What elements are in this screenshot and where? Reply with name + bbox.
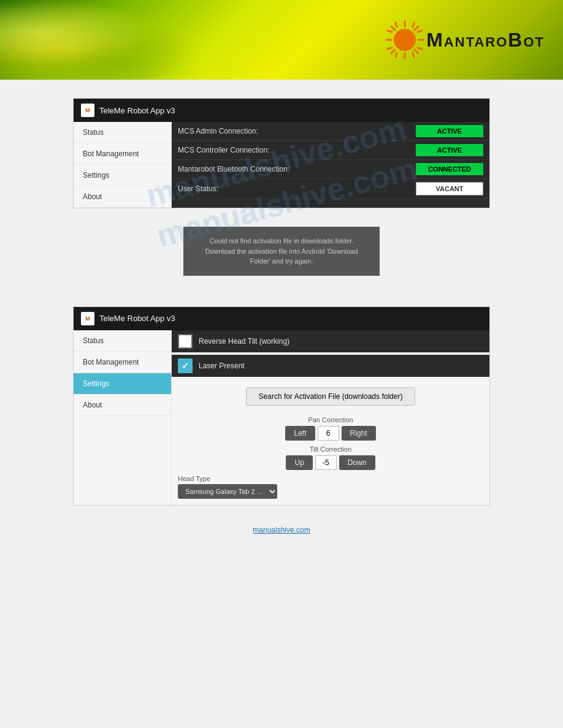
tilt-up-button[interactable]: Up xyxy=(286,455,312,470)
sidebar-1: Status Bot Management Settings About xyxy=(74,122,172,208)
svg-line-14 xyxy=(418,31,422,32)
app-title-1: TeleMe Robot App v3 xyxy=(99,106,175,115)
sidebar-item-bot-management-1[interactable]: Bot Management xyxy=(74,143,171,165)
tilt-correction-title: Tilt Correction xyxy=(178,446,483,453)
content-area-1: MCS Admin Connection: ACTIVE MCS Control… xyxy=(172,122,489,208)
app-window-2: M TeleMe Robot App v3 Status Bot Managem… xyxy=(73,306,490,506)
svg-line-7 xyxy=(415,26,418,30)
status-row-mcs-admin: MCS Admin Connection: ACTIVE xyxy=(172,122,489,141)
status-badge-bluetooth: CONNECTED xyxy=(416,163,483,175)
head-type-select[interactable]: Samsung Galaxy Tab 2 ... xyxy=(178,484,277,499)
footer-link[interactable]: manualshive.com xyxy=(253,526,310,534)
sidebar-item-about-1[interactable]: About xyxy=(74,186,171,208)
search-btn-wrapper: Search for Activation File (downloads fo… xyxy=(172,379,489,414)
laser-present-row: Laser Present xyxy=(172,355,489,377)
svg-line-5 xyxy=(391,26,395,30)
error-message-text: Could not find activation file in downlo… xyxy=(205,237,358,265)
app-title-2: TeleMe Robot App v3 xyxy=(99,314,175,323)
svg-line-8 xyxy=(391,50,395,53)
head-type-title: Head Type xyxy=(178,475,483,482)
sidebar-item-settings-1[interactable]: Settings xyxy=(74,165,171,186)
reverse-head-tilt-checkbox[interactable] xyxy=(178,334,193,349)
sidebar-2: Status Bot Management Settings About xyxy=(74,330,172,505)
reverse-head-tilt-label: Reverse Head Tilt (working) xyxy=(199,337,289,346)
pan-left-button[interactable]: Left xyxy=(285,426,315,441)
main-content: manualshive.com manualshive.com M TeleMe… xyxy=(0,80,563,566)
head-type-section: Head Type Samsung Galaxy Tab 2 ... xyxy=(172,472,489,505)
sidebar-item-about-2[interactable]: About xyxy=(74,395,171,416)
svg-line-6 xyxy=(415,50,418,53)
pan-correction-controls: Left 6 Right xyxy=(178,426,483,441)
tilt-value: -5 xyxy=(315,455,337,470)
status-label-mcs-controller: MCS Controller Connection: xyxy=(178,146,416,154)
sidebar-item-bot-management-2[interactable]: Bot Management xyxy=(74,352,171,373)
svg-line-11 xyxy=(388,31,392,32)
app-titlebar-1: M TeleMe Robot App v3 xyxy=(74,99,489,122)
svg-line-15 xyxy=(396,53,397,57)
laser-present-checkbox[interactable] xyxy=(178,358,193,373)
status-row-mcs-controller: MCS Controller Connection: ACTIVE xyxy=(172,141,489,160)
sidebar-item-status-1[interactable]: Status xyxy=(74,122,171,143)
svg-point-0 xyxy=(394,29,416,51)
status-badge-mcs-admin: ACTIVE xyxy=(416,125,483,137)
svg-line-10 xyxy=(413,53,414,57)
search-activation-button[interactable]: Search for Activation File (downloads fo… xyxy=(246,387,416,406)
app-logo-icon-1: M xyxy=(81,104,94,117)
pan-correction-title: Pan Correction xyxy=(178,416,483,423)
app-body-2: Status Bot Management Settings About xyxy=(74,330,489,505)
footer: manualshive.com xyxy=(31,524,532,547)
laser-present-label: Laser Present xyxy=(199,362,245,370)
sidebar-item-settings-2[interactable]: Settings xyxy=(74,373,171,395)
panel2-wrapper: M TeleMe Robot App v3 Status Bot Managem… xyxy=(31,306,532,506)
app-window-1: M TeleMe Robot App v3 Status Bot Managem… xyxy=(73,98,490,208)
app-body-1: Status Bot Management Settings About xyxy=(74,122,489,208)
status-label-user: User Status: xyxy=(178,184,416,193)
pan-right-button[interactable]: Right xyxy=(342,426,376,441)
status-label-mcs-admin: MCS Admin Connection: xyxy=(178,127,416,135)
logo-text: MantaroBot xyxy=(426,29,545,51)
svg-line-12 xyxy=(418,48,422,49)
panel1-wrapper: M TeleMe Robot App v3 Status Bot Managem… xyxy=(31,98,532,276)
app-titlebar-2: M TeleMe Robot App v3 xyxy=(74,307,489,330)
error-message-box: Could not find activation file in downlo… xyxy=(183,227,380,276)
status-row-bluetooth: Mantarobot Bluetooth Connection: CONNECT… xyxy=(172,160,489,179)
sun-icon xyxy=(383,18,426,61)
pan-value: 6 xyxy=(318,426,339,441)
status-row-user: User Status: VACANT xyxy=(172,179,489,199)
svg-line-13 xyxy=(388,48,392,49)
reverse-head-tilt-row: Reverse Head Tilt (working) xyxy=(172,330,489,352)
status-label-bluetooth: Mantarobot Bluetooth Connection: xyxy=(178,165,416,173)
status-badge-user: VACANT xyxy=(416,182,483,195)
status-badge-mcs-controller: ACTIVE xyxy=(416,144,483,156)
tilt-correction-section: Tilt Correction Up -5 Down xyxy=(172,443,489,472)
sidebar-item-status-2[interactable]: Status xyxy=(74,330,171,352)
pan-correction-section: Pan Correction Left 6 Right xyxy=(172,414,489,443)
tilt-down-button[interactable]: Down xyxy=(339,455,375,470)
header-swirl xyxy=(0,0,196,80)
svg-line-9 xyxy=(396,23,397,27)
settings-content-area: Reverse Head Tilt (working) Laser Presen… xyxy=(172,330,489,505)
svg-line-16 xyxy=(413,23,414,27)
tilt-correction-controls: Up -5 Down xyxy=(178,455,483,470)
app-logo-icon-2: M xyxy=(81,312,94,325)
header-banner: MantaroBot xyxy=(0,0,563,80)
header-logo: MantaroBot xyxy=(383,18,545,61)
spacer xyxy=(31,288,532,306)
